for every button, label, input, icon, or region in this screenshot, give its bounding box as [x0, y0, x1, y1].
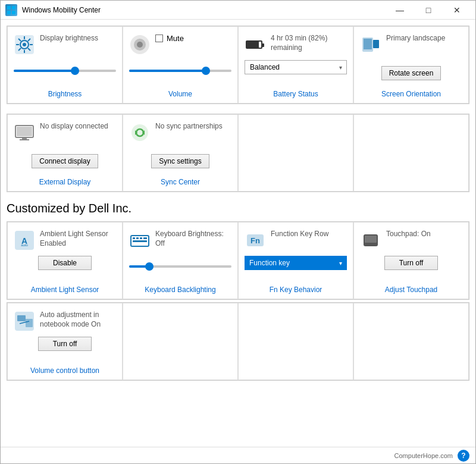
- auto-adjust-header: Auto adjustment in notebook mode On: [14, 311, 116, 332]
- brightness-slider-container[interactable]: [14, 60, 116, 81]
- brightness-slider-thumb[interactable]: [71, 67, 79, 75]
- custom-section-title: Customized by Dell Inc.: [7, 202, 469, 215]
- volume-header: Mute: [129, 34, 231, 55]
- help-icon[interactable]: ?: [458, 450, 469, 462]
- sync-center-label[interactable]: Sync Center: [129, 174, 231, 186]
- sync-settings-button[interactable]: Sync settings: [151, 154, 209, 168]
- keyboard-backlighting-header: Keyboard Brightness: Off: [129, 230, 231, 251]
- auto-adjust-turnoff-button[interactable]: Turn off: [38, 337, 92, 351]
- brightness-label[interactable]: Brightness: [14, 86, 116, 98]
- keyboard-slider-container[interactable]: [129, 256, 231, 277]
- svg-rect-36: [133, 240, 147, 242]
- empty-bottom-3: [353, 303, 469, 380]
- brightness-panel: Display brightness Brightness: [7, 26, 123, 104]
- orientation-label[interactable]: Screen Orientation: [360, 86, 462, 98]
- brightness-slider-track: [14, 70, 116, 72]
- svg-rect-19: [364, 39, 372, 49]
- connect-display-button[interactable]: Connect display: [32, 154, 98, 168]
- empty-bottom-1: [123, 303, 238, 380]
- svg-rect-3: [12, 11, 15, 14]
- battery-label[interactable]: Battery Status: [245, 86, 347, 98]
- ambient-light-panel: A auto Ambient Light Sensor Enabled Disa…: [7, 222, 123, 299]
- brightness-title: Display brightness: [40, 34, 98, 43]
- touchpad-label[interactable]: Adjust Touchpad: [360, 282, 462, 294]
- svg-rect-40: [365, 236, 377, 243]
- custom-grid: A auto Ambient Light Sensor Enabled Disa…: [7, 221, 469, 300]
- rotate-screen-button[interactable]: Rotate screen: [381, 66, 441, 80]
- top-grid: Display brightness Brightness: [7, 26, 469, 104]
- volume-slider-thumb[interactable]: [202, 67, 210, 75]
- empty-panel-1: [238, 114, 353, 192]
- fn-icon: Fn: [245, 230, 266, 251]
- title-bar-controls: — □ ✕: [386, 1, 471, 20]
- maximize-button[interactable]: □: [415, 1, 442, 20]
- brightness-slider-fill: [14, 70, 75, 72]
- auto-adjust-icon: [14, 311, 35, 332]
- svg-point-6: [23, 43, 26, 46]
- orientation-title: Primary landscape: [386, 34, 445, 43]
- ambient-light-label[interactable]: Ambient Light Sensor: [14, 282, 116, 294]
- svg-rect-44: [26, 319, 33, 327]
- volume-slider-container[interactable]: [129, 60, 231, 81]
- app-icon: [5, 4, 17, 16]
- fn-select-wrapper[interactable]: Function key Multimedia key: [245, 256, 347, 270]
- volume-label[interactable]: Volume: [129, 86, 231, 98]
- fn-key-select[interactable]: Function key Multimedia key: [245, 256, 347, 270]
- battery-panel: 4 hr 03 min (82%) remaining Balanced Pow…: [238, 26, 353, 104]
- fn-key-panel: Fn Function Key Row Function key Multime…: [238, 222, 353, 299]
- auto-adjust-label[interactable]: Volume control button: [14, 363, 116, 375]
- footer: ComputerHope.com ?: [1, 447, 475, 463]
- svg-text:auto: auto: [21, 243, 28, 247]
- fn-key-title: Function Key Row: [271, 230, 328, 239]
- disable-ambient-button[interactable]: Disable: [38, 256, 92, 270]
- content-area: Display brightness Brightness: [1, 20, 475, 447]
- ambient-light-header: A auto Ambient Light Sensor Enabled: [14, 230, 116, 251]
- svg-rect-23: [22, 137, 27, 139]
- external-display-label[interactable]: External Display: [14, 174, 116, 186]
- mute-checkbox[interactable]: [155, 35, 163, 42]
- svg-rect-20: [373, 40, 379, 48]
- external-display-icon: [14, 122, 35, 143]
- mute-row: Mute: [155, 34, 184, 43]
- keyboard-backlighting-panel: Keyboard Brightness: Off Keyboard Backli…: [123, 222, 238, 299]
- window-title: Windows Mobility Center: [22, 6, 386, 14]
- external-display-header: No display connected: [14, 122, 116, 143]
- external-display-panel: No display connected Connect display Ext…: [7, 114, 123, 192]
- svg-rect-2: [7, 11, 11, 14]
- ambient-light-title: Ambient Light Sensor Enabled: [40, 230, 116, 248]
- touchpad-panel: Touchpad: On Turn off Adjust Touchpad: [353, 222, 469, 299]
- orientation-panel: Primary landscape Rotate screen Screen O…: [353, 26, 469, 104]
- empty-panel-2: [353, 114, 469, 192]
- volume-slider-fill: [129, 70, 206, 72]
- keyboard-backlighting-label[interactable]: Keyboard Backlighting: [129, 282, 231, 294]
- fn-key-label[interactable]: Fn Key Behavior: [245, 282, 347, 294]
- mute-label: Mute: [167, 34, 184, 43]
- second-grid: No display connected Connect display Ext…: [7, 114, 469, 192]
- battery-icon: [245, 34, 266, 55]
- auto-adjust-title: Auto adjustment in notebook mode On: [40, 311, 116, 329]
- volume-slider-track: [129, 70, 231, 72]
- orientation-icon: [360, 34, 381, 55]
- keyboard-brightness-title: Keyboard Brightness: Off: [155, 230, 231, 248]
- battery-plan-select[interactable]: Balanced Power saver High performance: [245, 60, 347, 74]
- svg-rect-35: [143, 237, 147, 239]
- battery-plan-select-wrapper[interactable]: Balanced Power saver High performance: [245, 60, 347, 74]
- touchpad-header: Touchpad: On: [360, 230, 462, 251]
- svg-rect-1: [12, 6, 15, 10]
- minimize-button[interactable]: —: [386, 1, 414, 20]
- svg-rect-0: [7, 6, 11, 10]
- sync-center-header: No sync partnerships: [129, 122, 231, 143]
- battery-header: 4 hr 03 min (82%) remaining: [245, 34, 347, 55]
- keyboard-slider-thumb[interactable]: [145, 262, 154, 271]
- touchpad-icon: [360, 230, 381, 251]
- close-button[interactable]: ✕: [443, 1, 471, 20]
- svg-rect-43: [17, 315, 26, 321]
- empty-bottom-2: [238, 303, 353, 380]
- svg-rect-22: [17, 127, 32, 136]
- sync-center-title: No sync partnerships: [155, 122, 223, 131]
- touchpad-turnoff-button[interactable]: Turn off: [384, 256, 438, 270]
- sync-icon: [129, 122, 151, 143]
- volume-panel: Mute Volume: [123, 26, 238, 104]
- svg-point-17: [137, 42, 143, 48]
- auto-adjust-panel: Auto adjustment in notebook mode On Turn…: [7, 303, 123, 380]
